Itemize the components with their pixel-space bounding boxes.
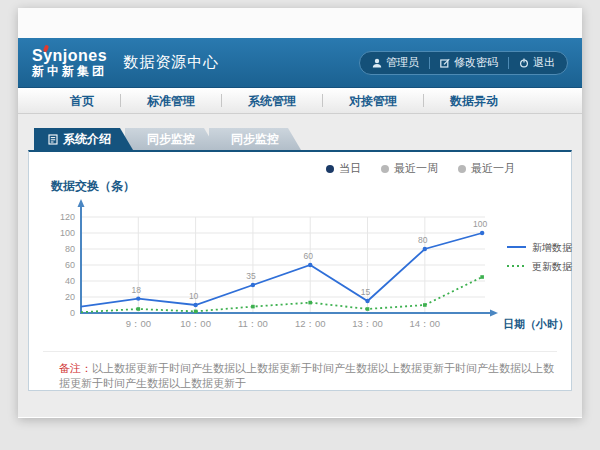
data-point-label: 100 (473, 219, 487, 229)
range-option-0[interactable]: 当日 (326, 161, 361, 176)
toolbar-item-label: 退出 (533, 55, 555, 70)
data-point (136, 296, 140, 300)
doc-icon (48, 134, 58, 145)
range-option-label: 最近一月 (471, 161, 515, 176)
data-point-label: 15 (361, 287, 371, 297)
content-area: 系统介绍同步监控同步监控 当日最近一周最近一月 数据交换（条） 02040608… (18, 114, 582, 417)
x-tick-label: 14：00 (410, 318, 441, 329)
page-title: 数据资源中心 (123, 53, 219, 72)
radio-dot (458, 165, 466, 173)
data-point (366, 307, 370, 311)
user-toolbar: 管理员修改密码退出 (359, 51, 568, 75)
tab-label: 同步监控 (147, 128, 195, 150)
data-point-label: 80 (418, 235, 428, 245)
chart-x-axis-title: 日期（小时） (503, 318, 569, 331)
x-axis-arrow (490, 310, 498, 317)
toolbar-item-label: 管理员 (386, 55, 419, 70)
user-icon (372, 58, 382, 68)
x-tick-label: 13：00 (352, 318, 383, 329)
line-chart: 0204060801001209：0010：0011：0012：0013：001… (41, 195, 571, 351)
y-tick-label: 60 (65, 260, 75, 270)
data-point (194, 310, 198, 314)
footnote-text: 以上数据更新于时间产生数据以上数据更新于时间产生数据以上数据更新于时间产生数据以… (59, 362, 554, 389)
nav-item-4[interactable]: 数据异动 (424, 88, 524, 114)
toolbar-separator (508, 57, 509, 69)
x-tick-label: 11：00 (238, 318, 268, 329)
toolbar-item-label: 修改密码 (454, 55, 498, 70)
data-point-label: 60 (303, 251, 313, 261)
toolbar-item-user[interactable]: 管理员 (372, 55, 419, 70)
range-option-label: 当日 (339, 161, 361, 176)
footnote: 备注：以上数据更新于时间产生数据以上数据更新于时间产生数据以上数据更新于时间产生… (29, 352, 571, 392)
data-point (251, 283, 255, 287)
data-point-label: 10 (189, 291, 199, 301)
tab-0[interactable]: 系统介绍 (34, 128, 133, 150)
y-axis-arrow (78, 199, 85, 207)
app-header: Synjones 新中新集团 数据资源中心 管理员修改密码退出 (18, 38, 582, 88)
toolbar-item-change-password[interactable]: 修改密码 (440, 55, 498, 70)
main-nav: 首页标准管理系统管理对接管理数据异动 (18, 88, 582, 114)
data-point (365, 299, 369, 303)
tab-bar: 系统介绍同步监控同步监控 (34, 128, 572, 150)
x-tick-label: 9：00 (126, 318, 151, 329)
data-point (308, 263, 312, 267)
data-point (480, 231, 484, 235)
data-point (137, 307, 141, 311)
y-tick-label: 0 (70, 308, 75, 318)
toolbar-item-logout[interactable]: 退出 (519, 55, 555, 70)
legend-label: 新增数据 (532, 242, 573, 253)
legend-label: 更新数据 (532, 261, 573, 272)
data-point (193, 303, 197, 307)
y-tick-label: 120 (60, 212, 75, 222)
range-filter: 当日最近一周最近一月 (29, 152, 571, 176)
y-tick-label: 80 (65, 244, 75, 254)
y-tick-label: 40 (65, 276, 75, 286)
tab-label: 同步监控 (231, 128, 279, 150)
y-tick-label: 100 (60, 228, 75, 238)
chart-svg: 0204060801001209：0010：0011：0012：0013：001… (41, 195, 581, 347)
tab-2[interactable]: 同步监控 (209, 128, 301, 150)
nav-item-0[interactable]: 首页 (44, 88, 120, 114)
nav-item-1[interactable]: 标准管理 (121, 88, 221, 114)
x-tick-label: 12：00 (295, 318, 326, 329)
radio-dot (381, 165, 389, 173)
range-option-label: 最近一周 (394, 161, 438, 176)
tab-1[interactable]: 同步监控 (125, 128, 217, 150)
nav-item-3[interactable]: 对接管理 (323, 88, 423, 114)
data-point (423, 303, 427, 307)
data-point (423, 247, 427, 251)
footnote-label: 备注： (59, 362, 92, 374)
series-1-line (81, 277, 482, 312)
data-point-label: 35 (246, 271, 256, 281)
edit-icon (440, 58, 450, 68)
nav-item-2[interactable]: 系统管理 (222, 88, 322, 114)
tab-panel: 当日最近一周最近一月 数据交换（条） 0204060801001209：0010… (28, 150, 572, 391)
data-point (480, 275, 484, 279)
x-tick-label: 10：00 (180, 318, 211, 329)
power-icon (519, 58, 529, 68)
y-tick-label: 20 (65, 292, 75, 302)
radio-dot (326, 165, 334, 173)
range-option-2[interactable]: 最近一月 (458, 161, 515, 176)
tab-label: 系统介绍 (63, 128, 111, 150)
logo-subtext: 新中新集团 (32, 65, 107, 78)
data-point (308, 301, 312, 305)
company-logo: Synjones 新中新集团 (32, 48, 107, 77)
browser-chrome (18, 8, 582, 38)
data-point (251, 305, 255, 309)
range-option-1[interactable]: 最近一周 (381, 161, 438, 176)
toolbar-separator (429, 57, 430, 69)
data-point-label: 18 (132, 285, 142, 295)
app-window: Synjones 新中新集团 数据资源中心 管理员修改密码退出 首页标准管理系统… (18, 8, 582, 418)
chart-y-axis-title: 数据交换（条） (51, 178, 571, 195)
